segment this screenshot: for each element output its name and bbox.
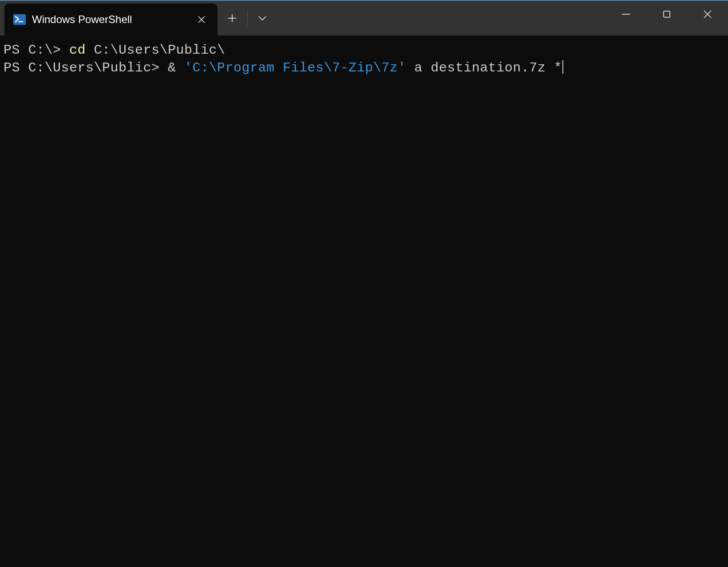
string-literal: 'C:\Program Files\7-Zip\7z' [184, 60, 406, 75]
command-args: a destination.7z * [406, 60, 562, 75]
prompt: PS C:\> [4, 43, 69, 58]
tab-powershell[interactable]: Windows PowerShell [4, 4, 218, 35]
terminal-line-2: PS C:\Users\Public> & 'C:\Program Files\… [4, 59, 724, 77]
maximize-icon [663, 11, 670, 18]
svg-rect-7 [664, 11, 670, 17]
prompt: PS C:\Users\Public> [4, 60, 168, 75]
chevron-down-icon [258, 16, 266, 20]
maximize-button[interactable] [646, 1, 687, 28]
new-tab-button[interactable] [221, 7, 243, 29]
close-icon [704, 10, 712, 18]
minimize-icon [622, 14, 630, 15]
text-cursor [562, 60, 563, 74]
title-bar: Windows PowerShell [0, 1, 728, 35]
minimize-button[interactable] [605, 1, 646, 28]
command-args: C:\Users\Public\ [86, 43, 226, 58]
window-close-button[interactable] [687, 1, 728, 28]
window-controls [605, 1, 728, 28]
tabs-area: Windows PowerShell [0, 1, 605, 35]
operator: & [168, 60, 184, 75]
terminal-line-1: PS C:\> cd C:\Users\Public\ [4, 42, 724, 59]
powershell-icon [13, 13, 26, 26]
command: cd [69, 43, 86, 58]
tab-close-button[interactable] [194, 12, 210, 28]
close-icon [198, 16, 205, 23]
svg-rect-0 [13, 14, 26, 25]
tab-title: Windows PowerShell [32, 13, 187, 26]
tab-actions [218, 1, 273, 35]
tab-dropdown-button[interactable] [251, 7, 273, 29]
terminal-content[interactable]: PS C:\> cd C:\Users\Public\ PS C:\Users\… [0, 35, 728, 83]
plus-icon [228, 14, 236, 22]
